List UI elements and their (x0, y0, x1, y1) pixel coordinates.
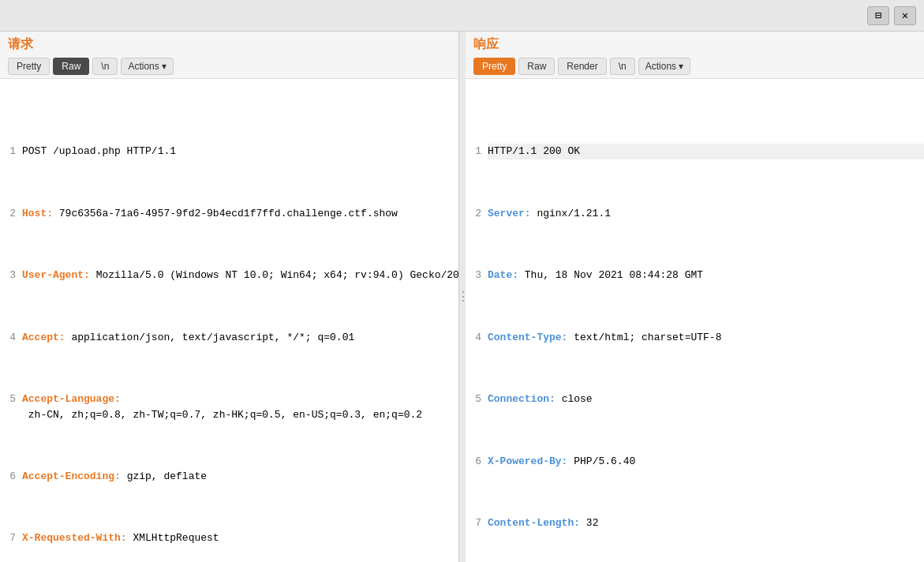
tab-render-response[interactable]: Render (558, 58, 606, 75)
response-panel: 响应 Pretty Raw Render \n Actions ▾ 1 HTTP… (466, 32, 924, 562)
chevron-down-icon: ▾ (162, 61, 166, 72)
table-row: 1 POST /upload.php HTTP/1.1 (0, 144, 458, 159)
tab-raw-request[interactable]: Raw (53, 58, 89, 75)
table-row: 4 Accept: application/json, text/javascr… (0, 330, 458, 346)
top-bar-icons: ⊟ ✕ (867, 6, 916, 25)
table-row: 7 X-Requested-With: XMLHttpRequest (0, 530, 458, 546)
response-panel-title: 响应 (473, 36, 916, 53)
request-panel-title: 请求 (8, 36, 451, 53)
request-content[interactable]: 1 POST /upload.php HTTP/1.1 2 Host: 79c6… (0, 79, 458, 562)
request-panel: 请求 Pretty Raw \n Actions ▾ 1 POST /uploa… (0, 32, 459, 562)
panel-divider[interactable]: ⋮ (459, 32, 466, 562)
table-row: 3 User-Agent: Mozilla/5.0 (Windows NT 10… (0, 268, 458, 283)
response-content[interactable]: 1 HTTP/1.1 200 OK 2 Server: nginx/1.21.1… (466, 79, 924, 562)
chevron-down-icon: ▾ (679, 61, 683, 72)
table-row: 5 Accept-Language: zh-CN, zh;q=0.8, zh-T… (0, 392, 458, 422)
tab-newline-response[interactable]: \n (610, 58, 635, 75)
tab-raw-response[interactable]: Raw (518, 58, 555, 75)
table-row: 6 Accept-Encoding: gzip, deflate (0, 469, 458, 485)
tab-pretty-request[interactable]: Pretty (8, 58, 50, 75)
table-row: 4 Content-Type: text/html; charset=UTF-8 (466, 330, 924, 346)
response-toolbar: Pretty Raw Render \n Actions ▾ (473, 58, 916, 75)
table-row: 1 HTTP/1.1 200 OK (466, 144, 924, 159)
split-view-icon[interactable]: ⊟ (867, 6, 889, 25)
main-container: 请求 Pretty Raw \n Actions ▾ 1 POST /uploa… (0, 32, 924, 562)
table-row: 7 Content-Length: 32 (466, 515, 924, 531)
table-row: 5 Connection: close (466, 392, 924, 407)
request-panel-header: 请求 Pretty Raw \n Actions ▾ (0, 32, 458, 79)
tab-pretty-response[interactable]: Pretty (473, 58, 515, 75)
actions-button-request[interactable]: Actions ▾ (121, 58, 173, 75)
top-bar: ⊟ ✕ (0, 0, 924, 32)
response-panel-header: 响应 Pretty Raw Render \n Actions ▾ (466, 32, 924, 79)
table-row: 2 Host: 79c6356a-71a6-4957-9fd2-9b4ecd1f… (0, 206, 458, 222)
request-toolbar: Pretty Raw \n Actions ▾ (8, 58, 451, 75)
request-code: 1 POST /upload.php HTTP/1.1 2 Host: 79c6… (0, 82, 458, 562)
response-code: 1 HTTP/1.1 200 OK 2 Server: nginx/1.21.1… (466, 82, 924, 562)
tab-newline-request[interactable]: \n (92, 58, 118, 75)
table-row: 2 Server: nginx/1.21.1 (466, 206, 924, 222)
table-row: 6 X-Powered-By: PHP/5.6.40 (466, 454, 924, 470)
actions-button-response[interactable]: Actions ▾ (638, 58, 690, 75)
close-icon[interactable]: ✕ (894, 6, 916, 25)
table-row: 3 Date: Thu, 18 Nov 2021 08:44:28 GMT (466, 268, 924, 283)
